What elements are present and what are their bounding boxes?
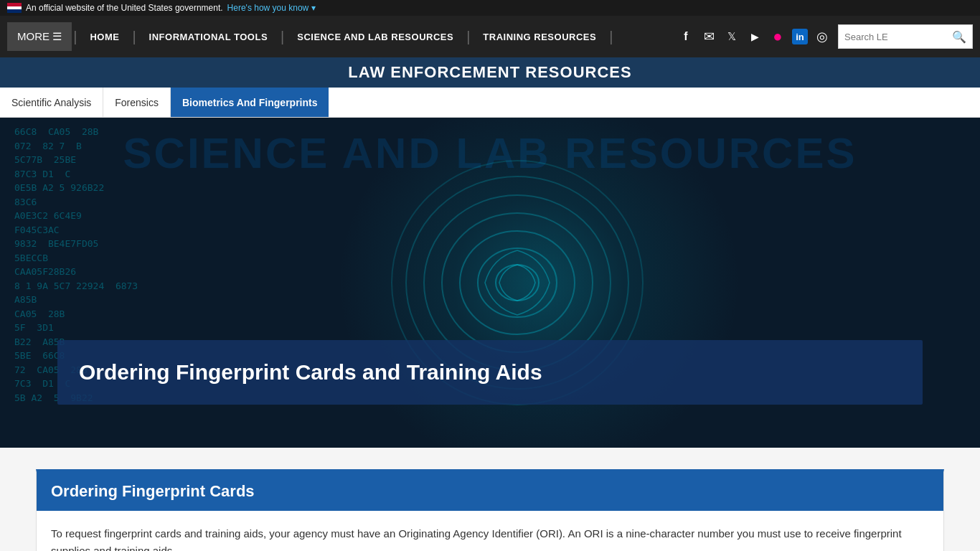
nav-sep-2: | (279, 29, 286, 45)
hero-title-box: Ordering Fingerprint Cards and Training … (57, 340, 923, 405)
hero-section: Scientific Analysis Forensics Biometrics… (0, 88, 980, 448)
svg-point-3 (442, 213, 593, 352)
breadcrumb-scientific-analysis[interactable]: Scientific Analysis (0, 88, 103, 117)
flickr-icon[interactable]: ● (769, 28, 786, 45)
facebook-icon[interactable]: f (677, 28, 694, 45)
gov-banner: An official website of the United States… (0, 0, 980, 16)
us-flag-icon (7, 3, 22, 13)
linkedin-icon[interactable]: in (792, 29, 808, 44)
gov-banner-text: An official website of the United States… (26, 3, 223, 13)
breadcrumb-forensics[interactable]: Forensics (103, 88, 171, 117)
site-title: LAW ENFORCEMENT RESOURCES (348, 63, 631, 81)
nav-science-lab[interactable]: SCIENCE AND LAB RESOURCES (286, 32, 465, 42)
hero-background: SCIENCE AND LAB RESOURCES 66C8 CA05 28B … (0, 118, 980, 448)
nav-sep-0: | (72, 29, 78, 45)
content-area: Ordering Fingerprint Cards To request fi… (0, 448, 980, 551)
svg-point-0 (496, 265, 539, 301)
content-box: Ordering Fingerprint Cards To request fi… (36, 469, 944, 551)
social-icons: f ✉ 𝕏 ▶ ● in ◎ (670, 28, 838, 45)
nav-sep-1: | (131, 29, 137, 45)
breadcrumb-nav: Scientific Analysis Forensics Biometrics… (0, 88, 980, 118)
nav-informational-tools[interactable]: INFORMATIONAL TOOLS (138, 32, 280, 42)
search-input[interactable] (839, 25, 946, 48)
instagram-icon[interactable]: ◎ (814, 28, 831, 45)
twitter-icon[interactable]: 𝕏 (723, 28, 740, 45)
svg-point-1 (478, 248, 557, 317)
email-icon[interactable]: ✉ (700, 28, 717, 45)
more-button[interactable]: MORE ☰ (7, 22, 72, 51)
content-box-header: Ordering Fingerprint Cards (37, 472, 943, 511)
youtube-icon[interactable]: ▶ (746, 28, 763, 45)
nav-home[interactable]: HOME (78, 32, 131, 42)
nav-links: | HOME | INFORMATIONAL TOOLS | SCIENCE A… (72, 16, 670, 57)
search-bar: 🔍 (838, 24, 973, 49)
nav-sep-3: | (465, 29, 471, 45)
hero-title: Ordering Fingerprint Cards and Training … (79, 360, 901, 385)
main-nav: MORE ☰ | HOME | INFORMATIONAL TOOLS | SC… (0, 16, 980, 57)
breadcrumb-biometrics: Biometrics And Fingerprints (171, 88, 329, 117)
content-box-body: To request fingerprint cards and trainin… (37, 511, 943, 551)
site-title-bar: LAW ENFORCEMENT RESOURCES (0, 57, 980, 88)
gov-banner-link[interactable]: Here's how you know ▾ (227, 3, 316, 13)
content-body-text: To request fingerprint cards and trainin… (51, 525, 929, 551)
content-heading: Ordering Fingerprint Cards (51, 482, 929, 501)
nav-sep-4: | (608, 29, 614, 45)
nav-training[interactable]: TRAINING RESOURCES (471, 32, 608, 42)
search-button[interactable]: 🔍 (946, 30, 972, 44)
search-icon: 🔍 (952, 31, 966, 43)
